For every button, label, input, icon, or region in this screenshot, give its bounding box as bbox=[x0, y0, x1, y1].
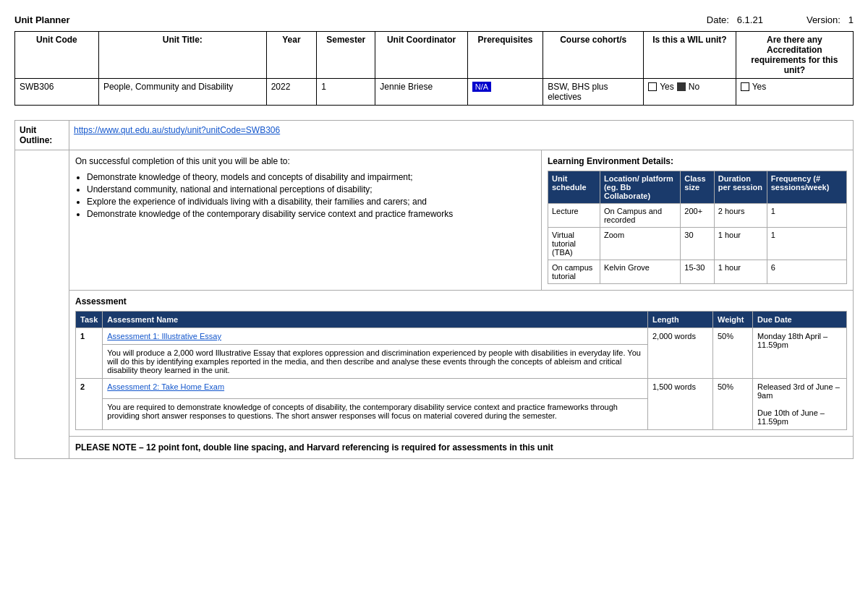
wil-no-label: No bbox=[689, 82, 699, 92]
accreditation-label: Yes bbox=[752, 82, 767, 92]
semester-value: 1 bbox=[317, 79, 375, 106]
unit-title-value: People, Community and Disability bbox=[98, 79, 266, 106]
sched-col-1: Unit schedule bbox=[548, 171, 600, 204]
wil-yes-label: Yes bbox=[660, 82, 674, 92]
accreditation-checkbox[interactable] bbox=[741, 82, 749, 91]
version-label: Version: 1 bbox=[807, 14, 854, 25]
content-area: On successful completion of this unit yo… bbox=[15, 150, 853, 458]
schedule-header: Learning Environment Details: bbox=[548, 156, 847, 166]
accreditation-value: Yes bbox=[736, 79, 853, 106]
outline-link[interactable]: https://www.qut.edu.au/study/unit?unitCo… bbox=[69, 121, 284, 150]
header-meta: Date: 6.1.21 Version: 1 bbox=[707, 14, 854, 25]
top-header: Unit Planner Date: 6.1.21 Version: 1 bbox=[14, 14, 854, 25]
col-coordinator: Unit Coordinator bbox=[375, 32, 467, 79]
date-label: Date: 6.1.21 bbox=[707, 14, 763, 25]
list-item: Demonstrate knowledge of the contemporar… bbox=[87, 209, 535, 219]
sched-col-5: Frequency (# sessions/week) bbox=[767, 171, 846, 204]
na-badge: N/A bbox=[472, 82, 491, 92]
assess-col-weight: Weight bbox=[713, 312, 753, 328]
list-item: Understand community, national and inter… bbox=[87, 184, 535, 194]
main-content: On successful completion of this unit yo… bbox=[69, 150, 853, 458]
assessment-section: Assessment Task Assessment Name Length W… bbox=[69, 291, 853, 436]
cohort-value: BSW, BHS plus electives bbox=[543, 79, 644, 106]
prerequisites-value: N/A bbox=[467, 79, 542, 106]
assessment-due-date: Released 3rd of June – 9am Due 10th of J… bbox=[753, 379, 847, 430]
assessment-length: 1,500 words bbox=[648, 379, 713, 430]
assessment-length: 2,000 words bbox=[648, 328, 713, 379]
assessment-due-date: Monday 18th April – 11.59pm bbox=[753, 328, 847, 379]
wil-yes-checkbox[interactable] bbox=[648, 82, 657, 91]
outline-container: Unit Outline: https://www.qut.edu.au/stu… bbox=[14, 120, 854, 459]
assessment-link[interactable]: Assessment 1: Illustrative Essay bbox=[107, 332, 221, 340]
col-prerequisites: Prerequisites bbox=[467, 32, 542, 79]
coordinator-value: Jennie Briese bbox=[375, 79, 467, 106]
schedule-table: Unit schedule Location/ platform (eg. Bb… bbox=[548, 171, 847, 284]
wil-no-checkbox[interactable] bbox=[677, 82, 686, 91]
unit-code-value: SWB306 bbox=[15, 79, 99, 106]
sched-col-3: Class size bbox=[681, 171, 715, 204]
assessment-weight: 50% bbox=[713, 379, 753, 430]
assessment-row: 2Assessment 2: Take Home Exam1,500 words… bbox=[76, 379, 847, 399]
task-number: 2 bbox=[76, 379, 103, 430]
note-row: PLEASE NOTE – 12 point font, double line… bbox=[69, 436, 853, 458]
assessment-name-cell: Assessment 1: Illustrative Essay bbox=[103, 328, 648, 345]
schedule-row: Virtual tutorial (TBA)Zoom301 hour1 bbox=[548, 228, 847, 260]
schedule-section: Learning Environment Details: Unit sched… bbox=[542, 150, 853, 290]
upper-section: On successful completion of this unit yo… bbox=[69, 150, 853, 291]
list-item: Demonstrate knowledge of theory, models … bbox=[87, 172, 535, 182]
outline-label: Unit Outline: bbox=[15, 121, 69, 150]
col-year: Year bbox=[266, 32, 317, 79]
learning-items-list: Demonstrate knowledge of theory, models … bbox=[87, 172, 535, 219]
sched-col-2: Location/ platform (eg. Bb Collaborate) bbox=[600, 171, 680, 204]
list-item: Explore the experience of individuals li… bbox=[87, 197, 535, 207]
assess-col-length: Length bbox=[648, 312, 713, 328]
col-wil: Is this a WIL unit? bbox=[644, 32, 736, 79]
assessment-description: You will produce a 2,000 word Illustrati… bbox=[103, 345, 648, 379]
col-unit-code: Unit Code bbox=[15, 32, 99, 79]
outline-header-row: Unit Outline: https://www.qut.edu.au/stu… bbox=[15, 121, 853, 150]
info-table: Unit Code Unit Title: Year Semester Unit… bbox=[14, 31, 854, 106]
schedule-row: LectureOn Campus and recorded200+2 hours… bbox=[548, 204, 847, 228]
year-value: 2022 bbox=[266, 79, 317, 106]
schedule-row: On campus tutorialKelvin Grove15-301 hou… bbox=[548, 260, 847, 284]
assessment-table: Task Assessment Name Length Weight Due D… bbox=[75, 311, 847, 430]
assessment-weight: 50% bbox=[713, 328, 753, 379]
assessment-row: 1Assessment 1: Illustrative Essay2,000 w… bbox=[76, 328, 847, 345]
assess-col-name: Assessment Name bbox=[103, 312, 648, 328]
assess-col-task: Task bbox=[76, 312, 103, 328]
task-number: 1 bbox=[76, 328, 103, 379]
learning-intro: On successful completion of this unit yo… bbox=[75, 156, 290, 166]
wil-value: Yes No bbox=[644, 79, 736, 106]
assessment-description: You are required to demonstrate knowledg… bbox=[103, 399, 648, 430]
assessment-title: Assessment bbox=[75, 296, 847, 306]
learning-objectives: On successful completion of this unit yo… bbox=[69, 150, 542, 290]
page-title: Unit Planner bbox=[14, 14, 70, 25]
col-accreditation: Are there any Accreditation requirements… bbox=[736, 32, 853, 79]
sched-col-4: Duration per session bbox=[714, 171, 767, 204]
left-label-col bbox=[15, 150, 69, 458]
note-text: PLEASE NOTE – 12 point font, double line… bbox=[75, 442, 553, 453]
assessment-name-cell: Assessment 2: Take Home Exam bbox=[103, 379, 648, 399]
col-semester: Semester bbox=[317, 32, 375, 79]
col-cohort: Course cohort/s bbox=[543, 32, 644, 79]
col-unit-title: Unit Title: bbox=[98, 32, 266, 79]
assess-col-due: Due Date bbox=[753, 312, 847, 328]
assessment-link[interactable]: Assessment 2: Take Home Exam bbox=[107, 382, 224, 391]
